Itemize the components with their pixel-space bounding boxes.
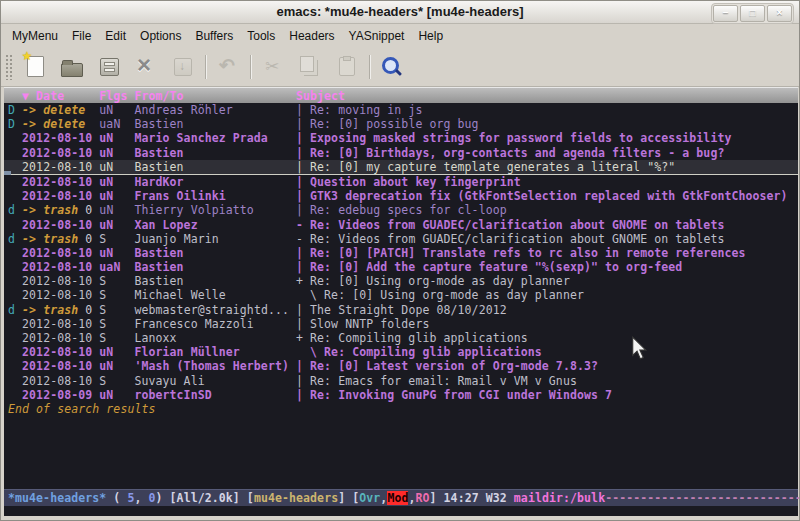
header-line[interactable]: ▼ Date Flgs From/To Subject bbox=[4, 87, 798, 103]
toolbar bbox=[1, 47, 799, 87]
menu-item-tools[interactable]: Tools bbox=[240, 24, 282, 48]
message-row[interactable]: d -> trash 0 S Juanjo Marin - Re: Videos… bbox=[8, 232, 798, 246]
minimize-button[interactable]: – bbox=[713, 5, 738, 22]
message-row[interactable]: 2012-08-09 uN robertcInSD | Re: Invoking… bbox=[8, 388, 798, 402]
modeline-default: ( bbox=[106, 491, 127, 505]
menu-item-options[interactable]: Options bbox=[133, 24, 188, 48]
maximize-button[interactable]: □ bbox=[740, 5, 765, 22]
modeline-default: , bbox=[134, 491, 148, 505]
message-row[interactable]: 2012-08-10 S Michael Welle \ Re: [0] Usi… bbox=[8, 288, 798, 302]
message-row[interactable]: 2012-08-10 S Lanoxx + Re: Compiling glib… bbox=[8, 331, 798, 345]
message-row[interactable]: 2012-08-10 uN Florian Müllner \ Re: Comp… bbox=[8, 345, 798, 359]
message-row[interactable]: D -> delete uaN Bastien | Re: [0] possib… bbox=[8, 117, 798, 131]
message-summary: uN Xan Lopez - Re: Videos from GUADEC/cl… bbox=[99, 218, 724, 232]
message-summary: S Juanjo Marin - Re: Videos from GUADEC/… bbox=[99, 232, 724, 246]
modeline-maildir: maildir:/bulk bbox=[514, 491, 605, 505]
message-date: 2012-08-10 bbox=[22, 359, 99, 373]
window-controls: –□× bbox=[711, 3, 794, 24]
menu-item-headers[interactable]: Headers bbox=[282, 24, 341, 48]
message-row[interactable]: D -> delete uN Andreas Röhler | Re: movi… bbox=[8, 103, 798, 117]
message-row[interactable]: 2012-08-10 uN 'Mash (Thomas Herbert) | R… bbox=[8, 359, 798, 373]
menu-item-edit[interactable]: Edit bbox=[98, 24, 133, 48]
message-row[interactable]: 2012-08-10 uN Bastien | Re: [0] my captu… bbox=[4, 160, 798, 175]
menu-item-buffers[interactable]: Buffers bbox=[188, 24, 240, 48]
mark-target: -> trash bbox=[22, 203, 78, 217]
toolbar-grip-icon[interactable] bbox=[5, 54, 13, 80]
open-folder-button[interactable] bbox=[57, 52, 87, 82]
menu-item-yasnippet[interactable]: YASnippet bbox=[342, 24, 412, 48]
message-date: 2012-08-10 bbox=[22, 345, 99, 359]
message-summary: uN Bastien | Re: [0] [PATCH] Translate r… bbox=[99, 246, 745, 260]
message-summary: uN Bastien | Re: [0] Birthdays, org-cont… bbox=[99, 146, 724, 160]
toolbar-separator bbox=[369, 55, 370, 79]
message-row[interactable]: 2012-08-10 uaN Bastien | Re: [0] Add the… bbox=[8, 260, 798, 274]
mark-target: -> delete bbox=[22, 117, 85, 131]
mark-char bbox=[8, 317, 22, 331]
mark-char: d bbox=[8, 303, 22, 317]
message-row[interactable]: 2012-08-10 S Suvayu Ali | Re: Emacs for … bbox=[8, 374, 798, 388]
cut-icon bbox=[263, 57, 283, 77]
mark-char bbox=[8, 345, 22, 359]
message-summary: uaN Bastien | Re: [0] Add the capture fe… bbox=[99, 260, 682, 274]
message-date: 2012-08-10 bbox=[22, 331, 99, 345]
message-row[interactable]: 2012-08-10 uN Xan Lopez - Re: Videos fro… bbox=[8, 218, 798, 232]
end-of-results: End of search results bbox=[4, 402, 798, 416]
message-summary: uN Mario Sanchez Prada | Exposing masked… bbox=[99, 131, 731, 145]
message-date: 2012-08-09 bbox=[22, 388, 99, 402]
message-date: 2012-08-10 bbox=[22, 160, 99, 174]
message-row[interactable]: 2012-08-10 S Bastien + Re: [0] Using org… bbox=[8, 274, 798, 288]
message-summary: uN Frans Oilinki | GTK3 deprecation fix … bbox=[99, 189, 787, 203]
message-date: 2012-08-10 bbox=[22, 218, 99, 232]
message-summary: uN Florian Müllner \ Re: Compiling glib … bbox=[99, 345, 542, 359]
message-date: 2012-08-10 bbox=[22, 175, 99, 189]
paste-icon bbox=[339, 57, 355, 76]
mark-char: D bbox=[8, 103, 22, 117]
message-summary: S Bastien + Re: [0] Using org-mode as da… bbox=[99, 274, 570, 288]
message-row[interactable]: 2012-08-10 uN Mario Sanchez Prada | Expo… bbox=[8, 131, 798, 145]
mark-char bbox=[8, 388, 22, 402]
menu-item-file[interactable]: File bbox=[65, 24, 98, 48]
message-row[interactable]: 2012-08-10 uN Bastien | Re: [0] [PATCH] … bbox=[8, 246, 798, 260]
message-row[interactable]: 2012-08-10 uN Bastien | Re: [0] Birthday… bbox=[8, 146, 798, 160]
message-row[interactable]: d -> trash 0 S webmaster@straightd... | … bbox=[8, 303, 798, 317]
new-file-button[interactable] bbox=[20, 52, 50, 82]
message-date: 2012-08-10 bbox=[22, 146, 99, 160]
open-folder-icon bbox=[61, 63, 83, 77]
modeline-buffer-name: *mu4e-headers* bbox=[8, 491, 106, 505]
message-row[interactable]: 2012-08-10 uN Frans Oilinki | GTK3 depre… bbox=[8, 189, 798, 203]
modeline-mod: Mod bbox=[387, 491, 408, 505]
undo-button bbox=[213, 52, 243, 82]
message-row[interactable]: d -> trash 0 uN Thierry Volpiatto | Re: … bbox=[8, 203, 798, 217]
message-date: 2012-08-10 bbox=[22, 288, 99, 302]
mark-char bbox=[8, 189, 22, 203]
mark-char: d bbox=[8, 203, 22, 217]
mark-char bbox=[8, 359, 22, 373]
message-summary: uN Andreas Röhler | Re: moving in js bbox=[99, 103, 422, 117]
message-summary: uN Bastien | Re: [0] my capture template… bbox=[99, 160, 675, 174]
mark-char bbox=[8, 246, 22, 260]
modeline-number: 0 bbox=[149, 491, 156, 505]
message-summary: S Suvayu Ali | Re: Emacs for email: Rmai… bbox=[99, 374, 577, 388]
mark-char bbox=[8, 131, 22, 145]
message-row[interactable]: 2012-08-10 S Francesco Mazzoli | Slow NN… bbox=[8, 317, 798, 331]
message-summary: S Francesco Mazzoli | Slow NNTP folders bbox=[99, 317, 429, 331]
message-row[interactable]: 2012-08-10 uN HardKor | Question about k… bbox=[8, 175, 798, 189]
message-date: 2012-08-10 bbox=[22, 246, 99, 260]
mark-char: d bbox=[8, 232, 22, 246]
message-summary: uN HardKor | Question about key fingerpr… bbox=[99, 175, 520, 189]
message-summary: uaN Bastien | Re: [0] possible org bug bbox=[99, 117, 478, 131]
close-button[interactable]: × bbox=[767, 5, 792, 22]
menu-item-help[interactable]: Help bbox=[411, 24, 450, 48]
toolbar-separator bbox=[250, 55, 251, 79]
message-list: D -> delete uN Andreas Röhler | Re: movi… bbox=[4, 103, 798, 402]
mode-line[interactable]: *mu4e-headers* ( 5, 0) [All/2.0k] [mu4e-… bbox=[4, 489, 798, 506]
buffer-area: ▼ Date Flgs From/To Subject D -> delete … bbox=[4, 87, 798, 516]
search-button[interactable] bbox=[377, 52, 407, 82]
message-summary: S webmaster@straightd... | The Straight … bbox=[99, 303, 506, 317]
message-summary: uN 'Mash (Thomas Herbert) | Re: [0] Late… bbox=[99, 359, 598, 373]
menu-item-mymenu[interactable]: MyMenu bbox=[5, 24, 65, 48]
message-date: 2012-08-10 bbox=[22, 260, 99, 274]
close-button[interactable] bbox=[131, 52, 161, 82]
save-button[interactable] bbox=[94, 52, 124, 82]
copy-button bbox=[295, 52, 325, 82]
